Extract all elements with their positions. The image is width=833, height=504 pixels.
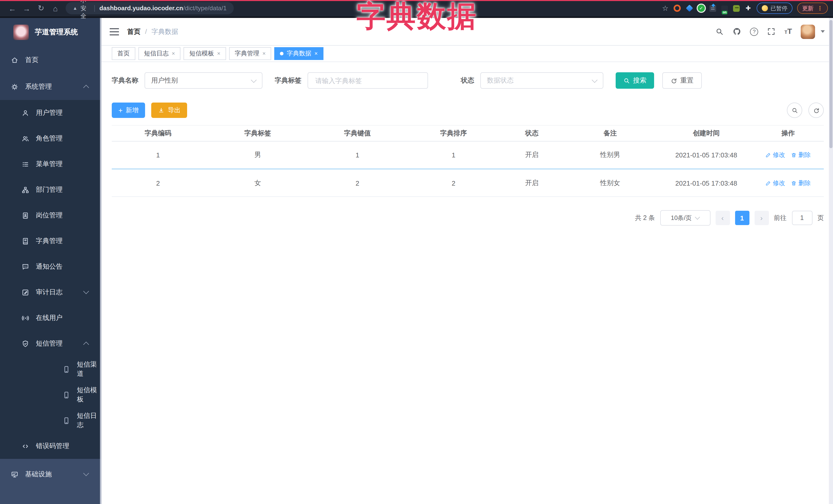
help-icon[interactable]: ? bbox=[750, 27, 758, 35]
chevron-down-icon bbox=[83, 288, 89, 294]
sidebar-item-users[interactable]: 用户管理 bbox=[0, 100, 101, 126]
bookmark-star-icon[interactable]: ☆ bbox=[662, 4, 668, 12]
home-icon[interactable]: ⌂ bbox=[48, 4, 63, 13]
dict-name-select[interactable]: 用户性别 bbox=[145, 72, 262, 89]
sidebar: 芋道管理系统 首页 系统管理 用户管理 角色管理 菜单管理 bbox=[0, 18, 101, 504]
address-bar[interactable]: ▲ 不安全 dashboard.yudao.iocoder.cn /dict/t… bbox=[66, 2, 234, 14]
sidebar-item-infrastructure[interactable]: 基础设施 bbox=[0, 459, 101, 490]
column-header: 字典排序 bbox=[404, 129, 503, 138]
edit-link[interactable]: 修改 bbox=[766, 150, 785, 159]
status-select[interactable]: 数据状态 bbox=[480, 72, 603, 89]
app-logo[interactable]: 芋道管理系统 bbox=[0, 18, 101, 47]
table-row: 2 女 2 2 开启 性别女 2021-01-05 17:03:48 修改 删除 bbox=[112, 170, 824, 197]
sidebar-item-home[interactable]: 首页 bbox=[0, 47, 101, 73]
phone-icon bbox=[63, 416, 70, 424]
reset-button[interactable]: 重置 bbox=[662, 72, 702, 89]
back-icon[interactable]: ← bbox=[5, 4, 20, 13]
search-button[interactable]: 搜索 bbox=[616, 72, 654, 89]
url-path: /dict/type/data/1 bbox=[183, 5, 227, 12]
refresh-button[interactable] bbox=[808, 102, 824, 118]
chevron-up-icon bbox=[83, 85, 89, 91]
goto-page-input[interactable] bbox=[792, 211, 812, 225]
add-button[interactable]: + 新增 bbox=[112, 102, 145, 118]
breadcrumb-home[interactable]: 首页 bbox=[127, 27, 140, 36]
security-label[interactable]: 不安全 bbox=[80, 0, 90, 20]
total-count: 共 2 条 bbox=[635, 214, 655, 222]
sidebar-item-notices[interactable]: 通知公告 bbox=[0, 254, 101, 280]
active-dot-icon bbox=[280, 52, 284, 55]
page-size-select[interactable]: 10条/页 bbox=[660, 210, 710, 225]
column-header: 字典编码 bbox=[112, 129, 204, 138]
toggle-search-button[interactable] bbox=[787, 102, 802, 118]
ext-on-badge-icon[interactable]: on bbox=[721, 4, 729, 12]
filter-form: 字典名称 用户性别 字典标签 状态 数据状态 搜索 bbox=[112, 72, 824, 89]
sidebar-item-menus[interactable]: 菜单管理 bbox=[0, 151, 101, 177]
sidebar-item-online-users[interactable]: 在线用户 bbox=[0, 305, 101, 331]
forward-icon[interactable]: → bbox=[20, 4, 34, 13]
chevron-up-icon bbox=[83, 342, 89, 347]
sidebar-item-sms-template[interactable]: 短信模板 bbox=[0, 382, 101, 408]
ext-blue-icon[interactable] bbox=[685, 4, 693, 12]
shield-check-icon bbox=[22, 340, 29, 347]
profile-paused-pill[interactable]: 已暂停 bbox=[757, 3, 792, 14]
font-size-icon[interactable]: TT bbox=[785, 27, 792, 36]
logo-image bbox=[13, 25, 29, 40]
chevron-down-icon[interactable] bbox=[821, 30, 825, 33]
close-icon[interactable]: × bbox=[217, 51, 220, 56]
export-button[interactable]: 导出 bbox=[151, 102, 187, 118]
reload-icon[interactable]: ↻ bbox=[34, 4, 48, 13]
sidebar-item-posts[interactable]: 岗位管理 bbox=[0, 202, 101, 228]
sidebar-item-roles[interactable]: 角色管理 bbox=[0, 126, 101, 151]
close-icon[interactable]: × bbox=[314, 51, 318, 56]
current-page-button[interactable]: 1 bbox=[735, 211, 749, 225]
delete-link[interactable]: 删除 bbox=[791, 179, 811, 187]
sidebar-item-system[interactable]: 系统管理 bbox=[0, 73, 101, 100]
sidebar-filler bbox=[0, 490, 101, 504]
browser-nav: ← → ↻ ⌂ bbox=[5, 4, 63, 13]
sidebar-item-error-codes[interactable]: 错误码管理 bbox=[0, 433, 101, 459]
app-title: 芋道管理系统 bbox=[35, 28, 78, 37]
kebab-menu-icon[interactable]: ⋮ bbox=[817, 5, 823, 11]
security-warning-icon[interactable]: ▲ bbox=[73, 6, 77, 11]
tab-dict-data[interactable]: 字典数据× bbox=[275, 47, 324, 60]
tab-home[interactable]: 首页 bbox=[112, 47, 135, 60]
page-scrollbar[interactable] bbox=[829, 18, 833, 504]
scrollbar-thumb[interactable] bbox=[829, 20, 832, 148]
ext-sliders-icon[interactable] bbox=[710, 5, 716, 11]
avatar[interactable] bbox=[801, 24, 815, 39]
search-icon[interactable] bbox=[715, 27, 724, 36]
emoji-avatar-icon bbox=[762, 5, 768, 11]
annotation-title: 字典数据 bbox=[356, 0, 477, 37]
edit-link[interactable]: 修改 bbox=[766, 179, 785, 187]
next-page-button[interactable]: › bbox=[754, 211, 769, 225]
close-icon[interactable]: × bbox=[262, 51, 266, 56]
tab-sms-log[interactable]: 短信日志× bbox=[138, 47, 181, 60]
sidebar-item-departments[interactable]: 部门管理 bbox=[0, 177, 101, 202]
sidebar-item-audit-log[interactable]: 审计日志 bbox=[0, 280, 101, 305]
github-icon[interactable] bbox=[733, 27, 741, 36]
extensions-puzzle-icon[interactable]: ✚ bbox=[744, 4, 752, 12]
fullscreen-icon[interactable] bbox=[767, 27, 776, 36]
sidebar-item-sms[interactable]: 短信管理 bbox=[0, 331, 101, 356]
prev-page-button[interactable]: ‹ bbox=[715, 211, 730, 225]
close-icon[interactable]: × bbox=[172, 51, 175, 56]
sidebar-item-dict[interactable]: 字典管理 bbox=[0, 228, 101, 254]
gear-icon bbox=[11, 83, 19, 91]
ext-orange-icon[interactable] bbox=[673, 4, 681, 12]
hamburger-icon[interactable] bbox=[110, 28, 119, 35]
ext-green-check-icon[interactable]: ✓ bbox=[698, 5, 705, 12]
table-row: 1 男 1 1 开启 性别男 2021-01-05 17:03:48 修改 删除 bbox=[112, 142, 824, 168]
dict-tag-input[interactable] bbox=[314, 76, 421, 85]
tab-sms-template[interactable]: 短信模板× bbox=[184, 47, 226, 60]
list-icon bbox=[22, 160, 29, 168]
delete-link[interactable]: 删除 bbox=[791, 150, 811, 159]
sidebar-item-sms-log[interactable]: 短信日志 bbox=[0, 408, 101, 433]
chat-bubble-icon bbox=[22, 263, 29, 270]
badge-icon bbox=[22, 212, 29, 219]
browser-update-button[interactable]: 更新 ⋮ bbox=[797, 3, 828, 14]
online-signal-icon bbox=[22, 314, 29, 322]
sidebar-item-sms-channel[interactable]: 短信渠道 bbox=[0, 356, 101, 382]
tab-dict-manage[interactable]: 字典管理× bbox=[229, 47, 271, 60]
ext-mask-icon[interactable] bbox=[733, 5, 740, 11]
edit-document-icon bbox=[22, 288, 29, 296]
